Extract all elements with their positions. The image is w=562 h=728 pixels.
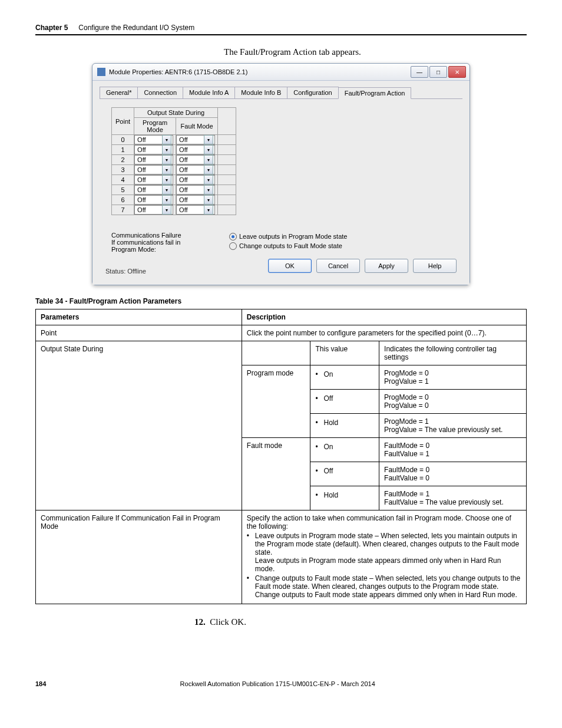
chevron-down-icon: ▼ (162, 155, 171, 164)
point-cell[interactable]: 2 (112, 155, 134, 165)
comm-failure-options: Leave outputs in Program Mode state Chan… (229, 232, 347, 253)
val-off: Off (310, 462, 379, 486)
point-cell[interactable]: 5 (112, 185, 134, 195)
param-output-state-during: Output State During (36, 341, 242, 510)
point-cell[interactable]: 3 (112, 165, 134, 175)
cancel-button[interactable]: Cancel (316, 259, 360, 273)
table-caption: Table 34 - Fault/Program Action Paramete… (35, 297, 527, 305)
comm-bullet-1: Leave outputs in Program mode state – Wh… (247, 532, 521, 573)
tab-content: Point Output State During Program Mode F… (100, 99, 462, 256)
comm-failure-label-block: Communications Failure If communications… (111, 232, 206, 253)
chapter-title: Configure the Redundant I/O System (78, 24, 194, 32)
table-row: 5 Off▼ Off▼ (112, 185, 236, 195)
fault-mode-dropdown[interactable]: Off▼ (176, 135, 215, 144)
col-header-fault-mode: Fault Mode (176, 118, 218, 135)
maximize-button[interactable]: □ (429, 66, 447, 78)
point-cell[interactable]: 1 (112, 145, 134, 155)
col-header-parameters: Parameters (36, 309, 242, 325)
chevron-down-icon: ▼ (204, 175, 213, 185)
cell-fault-mode: Fault mode (242, 438, 310, 510)
val-hold: Hold (310, 486, 379, 510)
tab-configuration[interactable]: Configuration (287, 87, 338, 98)
radio-label: Change outputs to Fault Mode state (239, 241, 342, 251)
desc-comm-failure: Specify the action to take when communic… (242, 510, 526, 604)
col-header-description: Description (242, 309, 526, 325)
tag-fault-hold: FaultMode = 1 FaultValue = The value pre… (379, 486, 527, 510)
point-cell[interactable]: 0 (112, 135, 134, 145)
val-on: On (310, 438, 379, 462)
minimize-button[interactable]: — (411, 66, 428, 78)
table-row: 6 Off▼ Off▼ (112, 195, 236, 205)
fault-mode-dropdown[interactable]: Off▼ (176, 165, 215, 174)
tab-connection[interactable]: Connection (137, 87, 183, 98)
tab-fault-program-action[interactable]: Fault/Program Action (338, 87, 412, 99)
program-mode-dropdown[interactable]: Off▼ (134, 205, 173, 215)
close-button[interactable]: ✕ (448, 66, 466, 78)
fault-mode-dropdown[interactable]: Off▼ (176, 205, 215, 215)
program-mode-dropdown[interactable]: Off▼ (134, 185, 173, 195)
comm-failure-subline2: Program Mode: (111, 246, 206, 253)
val-hold: Hold (310, 414, 379, 438)
comm-failure-heading: Communications Failure (111, 232, 206, 239)
dialog-body: General* Connection Module Info A Module… (92, 81, 470, 285)
tab-module-info-a[interactable]: Module Info A (183, 87, 235, 98)
chevron-down-icon: ▼ (204, 185, 213, 195)
program-mode-dropdown[interactable]: Off▼ (134, 145, 173, 154)
table-row: 2 Off▼ Off▼ (112, 155, 236, 165)
ok-button[interactable]: OK (268, 259, 312, 273)
radio-change-outputs[interactable]: Change outputs to Fault Mode state (229, 241, 347, 251)
status-label: Status: (105, 268, 125, 275)
radio-icon (229, 233, 237, 241)
chevron-down-icon: ▼ (204, 165, 213, 174)
comm-desc-bullets: Leave outputs in Program mode state – Wh… (247, 532, 521, 599)
chevron-down-icon: ▼ (204, 205, 213, 215)
cell-program-mode: Program mode (242, 365, 310, 438)
fault-mode-dropdown[interactable]: Off▼ (176, 155, 215, 164)
chevron-down-icon: ▼ (162, 205, 171, 215)
output-state-table: Point Output State During Program Mode F… (111, 107, 236, 215)
tab-general[interactable]: General* (100, 87, 138, 98)
help-button[interactable]: Help (413, 259, 457, 273)
parameters-table: Parameters Description Point Click the p… (35, 309, 527, 604)
tab-module-info-b[interactable]: Module Info B (234, 87, 287, 98)
chevron-down-icon: ▼ (204, 145, 213, 154)
status-row: Status: Offline (100, 262, 146, 275)
dialog-title-wrap: Module Properties: AENTR:6 (1715-OB8DE 2… (97, 68, 247, 76)
val-on: On (310, 365, 379, 390)
col-header-program-mode: Program Mode (134, 118, 176, 135)
fault-mode-dropdown[interactable]: Off▼ (176, 145, 215, 154)
tag-prog-off: ProgMode = 0 ProgValue = 0 (379, 390, 527, 414)
chevron-down-icon: ▼ (162, 145, 171, 154)
program-mode-dropdown[interactable]: Off▼ (134, 195, 173, 205)
program-mode-dropdown[interactable]: Off▼ (134, 165, 173, 174)
point-cell[interactable]: 6 (112, 195, 134, 205)
val-off: Off (310, 390, 379, 414)
dialog-titlebar: Module Properties: AENTR:6 (1715-OB8DE 2… (92, 64, 470, 81)
desc-point: Click the point number to configure para… (242, 325, 526, 341)
table-row: 3 Off▼ Off▼ (112, 165, 236, 175)
radio-label: Leave outputs in Program Mode state (239, 232, 347, 241)
param-comm-failure: Communication Failure If Communication F… (36, 510, 242, 604)
program-mode-dropdown[interactable]: Off▼ (134, 175, 173, 185)
radio-leave-outputs[interactable]: Leave outputs in Program Mode state (229, 232, 347, 241)
apply-button[interactable]: Apply (365, 259, 408, 273)
point-cell[interactable]: 4 (112, 175, 134, 185)
program-mode-dropdown[interactable]: Off▼ (134, 135, 173, 144)
chevron-down-icon: ▼ (204, 155, 213, 164)
page-header: Chapter 5 Configure the Redundant I/O Sy… (35, 24, 527, 35)
tag-prog-on: ProgMode = 0 ProgValue = 1 (379, 365, 527, 390)
col-header-group: Output State During (134, 108, 218, 118)
dialog-title: Module Properties: AENTR:6 (1715-OB8DE 2… (109, 68, 247, 75)
fault-mode-dropdown[interactable]: Off▼ (176, 185, 215, 195)
program-mode-dropdown[interactable]: Off▼ (134, 155, 173, 164)
chevron-down-icon: ▼ (162, 135, 171, 144)
fault-mode-dropdown[interactable]: Off▼ (176, 175, 215, 185)
subhead-this-value: This value (310, 341, 379, 365)
table-row: 4 Off▼ Off▼ (112, 175, 236, 185)
tag-fault-off: FaultMode = 0 FaultValue = 0 (379, 462, 527, 486)
table-row: 1 Off▼ Off▼ (112, 145, 236, 155)
app-icon (97, 68, 105, 76)
chevron-down-icon: ▼ (162, 175, 171, 185)
point-cell[interactable]: 7 (112, 205, 134, 215)
fault-mode-dropdown[interactable]: Off▼ (176, 195, 215, 205)
